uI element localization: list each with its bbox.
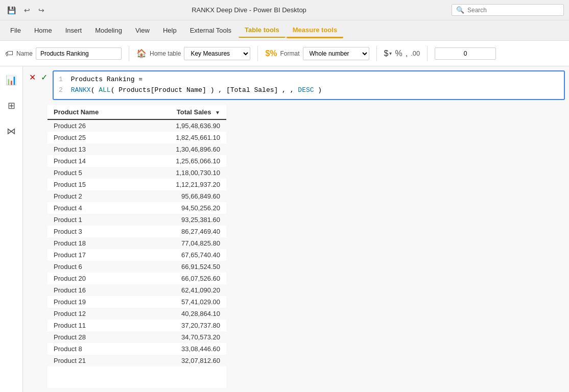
title-bar: 💾 ↩ ↪ RANKX Deep Dive - Power BI Desktop… [0,0,569,20]
cell-product: Product 20 [48,273,137,284]
cell-product: Product 3 [48,226,137,237]
menu-measure-tools[interactable]: Measure tools [287,23,343,38]
home-table-group: 🏠 Home table Key Measures [136,47,250,60]
redo-button[interactable]: ↪ [36,5,46,15]
table-row: Product 13 1,30,46,896.60 [48,143,226,155]
name-input[interactable] [36,47,122,60]
cell-sales: 86,27,469.40 [137,226,226,237]
undo-button[interactable]: ↩ [22,5,32,15]
search-container: 🔍 [452,4,564,16]
divider-3 [376,46,377,61]
formula-args: ( Products[Product Name] ) , [Total Sale… [111,86,298,94]
table-row: Product 3 86,27,469.40 [48,226,226,237]
cell-sales: 40,28,864.10 [137,308,226,320]
cell-sales: 1,25,65,066.10 [137,155,226,167]
sidebar: 📊 ⊞ ⋈ [0,66,23,392]
name-label: Name [16,50,33,57]
cell-product: Product 18 [48,237,137,249]
editor-area: ✕ ✓ 1 Products Ranking = 2 RANKX( ALL( P… [23,66,569,392]
menu-external-tools[interactable]: External Tools [184,23,238,37]
cell-sales: 1,12,21,937.20 [137,179,226,190]
format-label: Format [280,50,300,57]
col-total-sales[interactable]: Total Sales ▼ [137,105,226,119]
all-keyword: ALL [99,86,110,94]
cell-sales: 34,70,573.20 [137,331,226,343]
decimal-btn[interactable]: .00 [411,50,420,57]
cell-product: Product 28 [48,331,137,343]
table-row: Product 18 77,04,825.80 [48,237,226,249]
menu-view[interactable]: View [129,23,156,37]
cell-product: Product 21 [48,355,137,366]
home-icon: 🏠 [136,48,147,58]
cell-sales: 66,91,524.50 [137,261,226,273]
format-group: $% Format Whole number [265,47,369,60]
ribbon: 🏷 Name 🏠 Home table Key Measures $% Form… [0,41,569,66]
col-total-sales-label: Total Sales [177,108,211,116]
cell-product: Product 15 [48,179,137,190]
format-select[interactable]: Whole number [303,47,369,60]
data-table: Product Name Total Sales ▼ Product 26 1,… [48,105,226,366]
cell-product: Product 6 [48,261,137,273]
sidebar-chart-icon[interactable]: 📊 [3,71,20,89]
cell-sales: 57,41,029.00 [137,296,226,308]
table-row: Product 2 95,66,849.60 [48,190,226,202]
search-box[interactable]: 🔍 [452,4,564,16]
cell-sales: 77,04,825.80 [137,237,226,249]
table-row: Product 21 32,07,812.60 [48,355,226,366]
search-input[interactable] [467,7,559,14]
cell-product: Product 14 [48,155,137,167]
cell-product: Product 17 [48,249,137,261]
table-body: Product 26 1,95,48,636.90 Product 25 1,8… [48,119,226,366]
formula-editor[interactable]: 1 Products Ranking = 2 RANKX( ALL( Produ… [53,70,565,100]
sidebar-model-icon[interactable]: ⋈ [4,122,19,140]
cell-product: Product 4 [48,202,137,214]
menu-table-tools[interactable]: Table tools [239,23,286,38]
cell-sales: 37,20,737.80 [137,320,226,331]
table-row: Product 16 62,41,090.20 [48,284,226,296]
name-icon: 🏷 [5,49,13,58]
name-group: 🏷 Name [5,47,122,60]
cell-sales: 94,50,256.20 [137,202,226,214]
formula-text-1: Products Ranking = [71,76,143,83]
table-row: Product 8 33,08,446.60 [48,343,226,355]
formula-paren-open: ( [91,86,99,94]
cell-sales: 93,25,381.60 [137,214,226,226]
format-icon: $% [265,49,277,58]
col-product-name[interactable]: Product Name [48,105,137,119]
cancel-formula-button[interactable]: ✕ [27,71,38,83]
menu-help[interactable]: Help [157,23,183,37]
table-row: Product 15 1,12,21,937.20 [48,179,226,190]
table-row: Product 28 34,70,573.20 [48,331,226,343]
formula-line-1: 1 Products Ranking = [59,75,559,85]
cell-product: Product 13 [48,143,137,155]
line-num-2: 2 [59,86,63,94]
main-area: 📊 ⊞ ⋈ ✕ ✓ 1 Products Ranking = 2 RANKX( … [0,66,569,392]
menu-file[interactable]: File [4,23,27,37]
cell-sales: 32,07,812.60 [137,355,226,366]
divider-2 [257,46,258,61]
menu-home[interactable]: Home [28,23,58,37]
menu-insert[interactable]: Insert [59,23,88,37]
dropdown-arrow[interactable]: ▾ [389,51,392,56]
col-product-name-label: Product Name [54,108,99,116]
comma-btn[interactable]: , [406,49,408,58]
percent-btn[interactable]: % [395,49,402,58]
formula-actions: ✕ ✓ [27,70,50,83]
cell-sales: 1,18,00,730.10 [137,167,226,179]
cell-product: Product 25 [48,132,137,143]
sidebar-table-icon[interactable]: ⊞ [5,97,18,114]
menu-modeling[interactable]: Modeling [89,23,128,37]
table-row: Product 11 37,20,737.80 [48,320,226,331]
decimal-places-input[interactable] [435,47,496,60]
save-button[interactable]: 💾 [5,5,18,15]
home-table-select[interactable]: Key Measures [184,47,250,60]
table-row: Product 14 1,25,65,066.10 [48,155,226,167]
app-title: RANKX Deep Dive - Power BI Desktop [192,6,306,14]
data-table-container[interactable]: Product Name Total Sales ▼ Product 26 1,… [48,105,226,388]
confirm-formula-button[interactable]: ✓ [39,71,50,83]
dollar-btn[interactable]: $ [384,49,389,58]
cell-product: Product 11 [48,320,137,331]
cell-sales: 67,65,740.40 [137,249,226,261]
divider-4 [427,46,428,61]
cell-product: Product 2 [48,190,137,202]
